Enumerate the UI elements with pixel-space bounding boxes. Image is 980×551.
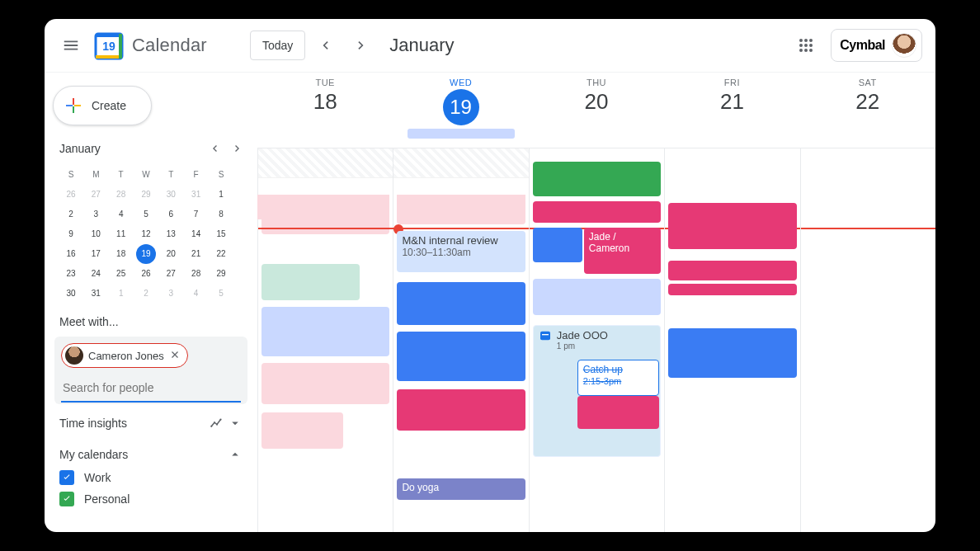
- day-column[interactable]: [800, 148, 935, 532]
- mini-day-cell[interactable]: 30: [61, 284, 81, 304]
- day-header[interactable]: TUE18: [257, 73, 393, 148]
- day-column[interactable]: [664, 148, 799, 532]
- chevron-right-icon: [353, 37, 370, 54]
- account-switcher[interactable]: Cymbal: [831, 29, 922, 62]
- calendar-event[interactable]: [533, 228, 582, 262]
- calendar-event[interactable]: [261, 363, 389, 404]
- calendar-event[interactable]: [397, 389, 525, 431]
- mini-day-cell[interactable]: 8: [211, 205, 231, 224]
- mini-day-cell[interactable]: 10: [86, 224, 106, 244]
- calendar-toggle-work[interactable]: Work: [45, 467, 257, 488]
- calendar-event[interactable]: [397, 195, 525, 224]
- app-logo[interactable]: 19 Calendar: [94, 31, 207, 60]
- remove-person-button[interactable]: [169, 349, 181, 363]
- calendar-event[interactable]: [397, 332, 525, 381]
- mini-next-button[interactable]: [226, 137, 249, 160]
- mini-day-cell[interactable]: 5: [211, 284, 231, 304]
- mini-day-cell[interactable]: 11: [111, 224, 131, 244]
- main-menu-button[interactable]: [51, 26, 91, 65]
- calendar-event[interactable]: [668, 284, 796, 295]
- day-header[interactable]: THU20: [529, 73, 664, 148]
- allday-event[interactable]: [408, 129, 515, 139]
- calendar-event-declined[interactable]: Catch up 2:15-3pm: [577, 360, 659, 396]
- mini-day-cell[interactable]: 20: [161, 244, 181, 264]
- mini-day-cell[interactable]: 13: [161, 224, 181, 244]
- calendar-event[interactable]: [668, 203, 796, 249]
- day-header[interactable]: SAT22: [800, 73, 935, 148]
- mini-day-cell[interactable]: 17: [86, 244, 106, 264]
- svg-point-10: [809, 44, 813, 47]
- today-button[interactable]: Today: [250, 31, 305, 60]
- mini-day-cell[interactable]: 29: [136, 185, 156, 205]
- mini-day-cell[interactable]: 3: [86, 205, 106, 224]
- prev-period-button[interactable]: [309, 29, 342, 62]
- mini-day-cell[interactable]: 29: [211, 264, 231, 284]
- calendar-event[interactable]: [533, 201, 661, 223]
- mini-day-cell[interactable]: 3: [161, 284, 181, 304]
- mini-day-cell[interactable]: 27: [161, 264, 181, 284]
- mini-day-cell[interactable]: 26: [61, 185, 81, 205]
- day-column[interactable]: M&N internal review 10:30–11:30am Do yog…: [393, 148, 528, 532]
- calendar-event[interactable]: [261, 264, 360, 300]
- calendar-event[interactable]: [533, 162, 661, 196]
- person-chip[interactable]: Cameron Jones: [61, 343, 188, 368]
- mini-day-cell[interactable]: 1: [211, 185, 231, 205]
- mini-day-cell[interactable]: 1: [111, 284, 131, 304]
- mini-day-cell[interactable]: 16: [61, 244, 81, 264]
- mini-day-cell[interactable]: 4: [186, 284, 206, 304]
- mini-day-cell[interactable]: 28: [186, 264, 206, 284]
- mini-day-cell[interactable]: 26: [136, 264, 156, 284]
- mini-day-cell[interactable]: 15: [211, 224, 231, 244]
- google-apps-button[interactable]: [789, 29, 822, 62]
- mini-day-cell[interactable]: 22: [211, 244, 231, 264]
- calendar-event[interactable]: [257, 195, 299, 219]
- mini-calendar: January SMTWTFS2627282930311234567891011…: [45, 135, 257, 304]
- mini-day-cell[interactable]: 9: [61, 224, 81, 244]
- mini-day-cell[interactable]: 2: [61, 205, 81, 224]
- header: 19 Calendar Today January Cymbal: [45, 19, 935, 72]
- calendar-event[interactable]: [397, 282, 525, 325]
- mini-day-cell[interactable]: 28: [111, 185, 131, 205]
- search-people-input[interactable]: [61, 374, 241, 403]
- day-column[interactable]: [257, 148, 393, 532]
- mini-day-cell[interactable]: 23: [61, 264, 81, 284]
- calendar-event[interactable]: [668, 328, 796, 378]
- my-calendars-row[interactable]: My calendars: [45, 436, 257, 467]
- calendar-toggle-personal[interactable]: Personal: [45, 488, 257, 510]
- calendar-event[interactable]: M&N internal review 10:30–11:30am: [397, 231, 525, 272]
- mini-day-cell[interactable]: 18: [111, 244, 131, 264]
- mini-day-cell[interactable]: 31: [186, 185, 206, 205]
- day-header[interactable]: WED19: [393, 73, 528, 148]
- mini-day-cell[interactable]: 6: [161, 205, 181, 224]
- svg-point-14: [210, 426, 212, 427]
- time-insights-row[interactable]: Time insights: [45, 404, 257, 436]
- mini-day-cell[interactable]: 25: [111, 264, 131, 284]
- next-period-button[interactable]: [345, 29, 378, 62]
- mini-day-cell[interactable]: 27: [86, 185, 106, 205]
- mini-day-cell[interactable]: 2: [136, 284, 156, 304]
- mini-day-cell[interactable]: 5: [136, 205, 156, 224]
- day-column[interactable]: Jade / Cameron Jade OOO 1 pm: [529, 148, 664, 532]
- mini-day-cell[interactable]: 4: [111, 205, 131, 224]
- calendar-event[interactable]: [668, 261, 796, 280]
- mini-day-cell[interactable]: 24: [86, 264, 106, 284]
- mini-day-cell[interactable]: 31: [86, 284, 106, 304]
- mini-day-cell[interactable]: 19: [136, 244, 156, 264]
- calendar-event[interactable]: Do yoga: [397, 478, 525, 500]
- mini-prev-button[interactable]: [203, 137, 226, 160]
- day-header[interactable]: FRI21: [664, 73, 799, 148]
- calendar-grid[interactable]: M&N internal review 10:30–11:30am Do yog…: [257, 148, 935, 532]
- calendar-event[interactable]: [261, 412, 343, 449]
- mini-day-cell[interactable]: 14: [186, 224, 206, 244]
- calendar-event[interactable]: [261, 307, 389, 356]
- create-button[interactable]: Create: [53, 86, 152, 125]
- mini-dow: T: [110, 165, 133, 185]
- mini-day-cell[interactable]: 30: [161, 185, 181, 205]
- mini-day-cell[interactable]: 12: [136, 224, 156, 244]
- mini-day-cell[interactable]: 21: [186, 244, 206, 264]
- mini-day-cell[interactable]: 7: [186, 205, 206, 224]
- calendar-event[interactable]: [577, 396, 659, 429]
- calendar-event[interactable]: Jade / Cameron: [584, 228, 661, 274]
- past-hatch: [393, 148, 528, 178]
- calendar-event[interactable]: [533, 279, 661, 315]
